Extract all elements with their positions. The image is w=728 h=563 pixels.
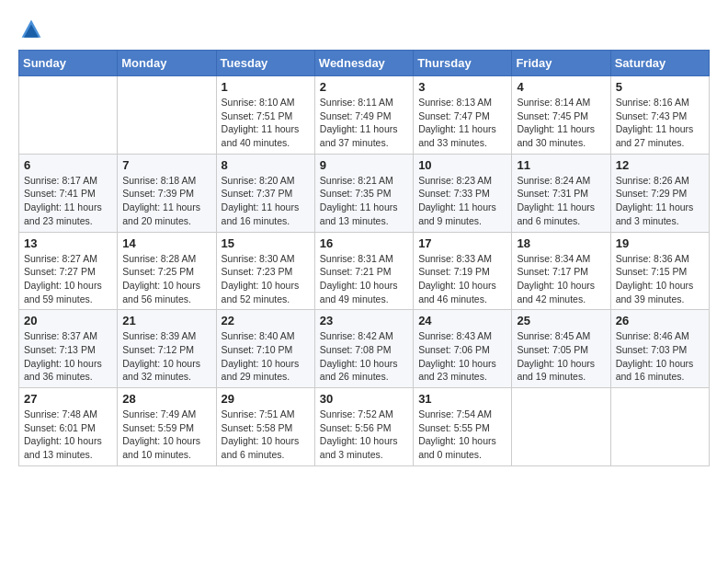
calendar-cell (19, 76, 118, 155)
logo (18, 18, 46, 40)
day-info: Sunrise: 8:23 AM Sunset: 7:33 PM Dayligh… (418, 174, 506, 228)
column-header-sunday: Sunday (19, 51, 118, 76)
calendar-cell: 8Sunrise: 8:20 AM Sunset: 7:37 PM Daylig… (216, 154, 314, 232)
day-number: 19 (616, 236, 704, 250)
calendar-cell: 7Sunrise: 8:18 AM Sunset: 7:39 PM Daylig… (118, 154, 216, 232)
calendar-cell: 4Sunrise: 8:14 AM Sunset: 7:45 PM Daylig… (512, 76, 610, 155)
day-info: Sunrise: 8:37 AM Sunset: 7:13 PM Dayligh… (24, 329, 112, 384)
day-number: 30 (320, 392, 408, 406)
day-info: Sunrise: 7:52 AM Sunset: 5:56 PM Dayligh… (320, 408, 408, 462)
day-info: Sunrise: 8:45 AM Sunset: 7:05 PM Dayligh… (517, 329, 605, 384)
day-info: Sunrise: 8:40 AM Sunset: 7:10 PM Dayligh… (222, 329, 310, 384)
day-info: Sunrise: 8:34 AM Sunset: 7:17 PM Dayligh… (517, 252, 605, 306)
day-number: 10 (418, 158, 506, 172)
day-number: 1 (222, 80, 310, 94)
day-info: Sunrise: 8:39 AM Sunset: 7:12 PM Dayligh… (122, 329, 210, 384)
day-info: Sunrise: 8:18 AM Sunset: 7:39 PM Dayligh… (122, 174, 210, 228)
calendar-cell: 30Sunrise: 7:52 AM Sunset: 5:56 PM Dayli… (314, 388, 413, 466)
day-info: Sunrise: 8:11 AM Sunset: 7:49 PM Dayligh… (320, 96, 408, 150)
day-number: 5 (616, 80, 704, 94)
calendar-cell: 26Sunrise: 8:46 AM Sunset: 7:03 PM Dayli… (610, 310, 709, 388)
calendar-cell: 20Sunrise: 8:37 AM Sunset: 7:13 PM Dayli… (19, 310, 118, 388)
day-number: 2 (320, 80, 408, 94)
day-number: 28 (122, 392, 210, 406)
day-number: 14 (122, 236, 210, 250)
calendar-cell: 9Sunrise: 8:21 AM Sunset: 7:35 PM Daylig… (314, 154, 413, 232)
day-info: Sunrise: 8:10 AM Sunset: 7:51 PM Dayligh… (222, 96, 310, 150)
calendar-cell: 10Sunrise: 8:23 AM Sunset: 7:33 PM Dayli… (414, 154, 512, 232)
column-header-tuesday: Tuesday (216, 51, 314, 76)
day-number: 31 (418, 392, 506, 406)
day-info: Sunrise: 8:36 AM Sunset: 7:15 PM Dayligh… (616, 252, 704, 306)
day-info: Sunrise: 7:51 AM Sunset: 5:58 PM Dayligh… (222, 408, 310, 462)
day-info: Sunrise: 8:43 AM Sunset: 7:06 PM Dayligh… (418, 329, 506, 384)
day-number: 4 (517, 80, 605, 94)
calendar-week-row: 6Sunrise: 8:17 AM Sunset: 7:41 PM Daylig… (19, 154, 710, 232)
column-header-thursday: Thursday (414, 51, 512, 76)
day-info: Sunrise: 8:21 AM Sunset: 7:35 PM Dayligh… (320, 174, 408, 228)
calendar-cell: 1Sunrise: 8:10 AM Sunset: 7:51 PM Daylig… (216, 76, 314, 155)
column-header-saturday: Saturday (610, 51, 709, 76)
calendar-cell: 28Sunrise: 7:49 AM Sunset: 5:59 PM Dayli… (118, 388, 216, 466)
calendar-cell: 5Sunrise: 8:16 AM Sunset: 7:43 PM Daylig… (610, 76, 709, 155)
calendar-cell: 18Sunrise: 8:34 AM Sunset: 7:17 PM Dayli… (512, 232, 610, 310)
calendar-week-row: 1Sunrise: 8:10 AM Sunset: 7:51 PM Daylig… (19, 76, 710, 155)
calendar-cell: 16Sunrise: 8:31 AM Sunset: 7:21 PM Dayli… (314, 232, 413, 310)
day-number: 23 (320, 314, 408, 327)
calendar-cell: 17Sunrise: 8:33 AM Sunset: 7:19 PM Dayli… (414, 232, 512, 310)
calendar-cell: 22Sunrise: 8:40 AM Sunset: 7:10 PM Dayli… (216, 310, 314, 388)
day-number: 25 (517, 314, 605, 327)
calendar-cell: 12Sunrise: 8:26 AM Sunset: 7:29 PM Dayli… (610, 154, 709, 232)
day-number: 26 (616, 314, 704, 327)
day-number: 24 (418, 314, 506, 327)
day-info: Sunrise: 8:20 AM Sunset: 7:37 PM Dayligh… (222, 174, 310, 228)
day-number: 20 (24, 314, 112, 327)
calendar-cell (512, 388, 610, 466)
calendar-cell: 21Sunrise: 8:39 AM Sunset: 7:12 PM Dayli… (118, 310, 216, 388)
calendar-cell: 11Sunrise: 8:24 AM Sunset: 7:31 PM Dayli… (512, 154, 610, 232)
calendar-cell: 13Sunrise: 8:27 AM Sunset: 7:27 PM Dayli… (19, 232, 118, 310)
day-number: 7 (122, 158, 210, 172)
calendar-cell: 14Sunrise: 8:28 AM Sunset: 7:25 PM Dayli… (118, 232, 216, 310)
calendar-cell (118, 76, 216, 155)
calendar-cell: 23Sunrise: 8:42 AM Sunset: 7:08 PM Dayli… (314, 310, 413, 388)
day-info: Sunrise: 8:17 AM Sunset: 7:41 PM Dayligh… (24, 174, 112, 228)
day-info: Sunrise: 8:30 AM Sunset: 7:23 PM Dayligh… (222, 252, 310, 306)
calendar-cell: 6Sunrise: 8:17 AM Sunset: 7:41 PM Daylig… (19, 154, 118, 232)
calendar-week-row: 13Sunrise: 8:27 AM Sunset: 7:27 PM Dayli… (19, 232, 710, 310)
day-number: 8 (222, 158, 310, 172)
day-number: 13 (24, 236, 112, 250)
day-info: Sunrise: 7:49 AM Sunset: 5:59 PM Dayligh… (122, 408, 210, 462)
day-number: 3 (418, 80, 506, 94)
logo-icon (20, 18, 42, 40)
day-info: Sunrise: 8:14 AM Sunset: 7:45 PM Dayligh… (517, 96, 605, 150)
day-number: 15 (222, 236, 310, 250)
day-number: 18 (517, 236, 605, 250)
calendar-week-row: 20Sunrise: 8:37 AM Sunset: 7:13 PM Dayli… (19, 310, 710, 388)
day-number: 17 (418, 236, 506, 250)
day-info: Sunrise: 8:27 AM Sunset: 7:27 PM Dayligh… (24, 252, 112, 306)
day-info: Sunrise: 8:24 AM Sunset: 7:31 PM Dayligh… (517, 174, 605, 228)
calendar-header-row: SundayMondayTuesdayWednesdayThursdayFrid… (19, 51, 710, 76)
day-info: Sunrise: 8:28 AM Sunset: 7:25 PM Dayligh… (122, 252, 210, 306)
calendar-cell: 27Sunrise: 7:48 AM Sunset: 6:01 PM Dayli… (19, 388, 118, 466)
day-info: Sunrise: 8:31 AM Sunset: 7:21 PM Dayligh… (320, 252, 408, 306)
calendar-cell: 29Sunrise: 7:51 AM Sunset: 5:58 PM Dayli… (216, 388, 314, 466)
day-number: 12 (616, 158, 704, 172)
day-info: Sunrise: 8:13 AM Sunset: 7:47 PM Dayligh… (418, 96, 506, 150)
calendar-week-row: 27Sunrise: 7:48 AM Sunset: 6:01 PM Dayli… (19, 388, 710, 466)
calendar-cell: 2Sunrise: 8:11 AM Sunset: 7:49 PM Daylig… (314, 76, 413, 155)
day-info: Sunrise: 7:54 AM Sunset: 5:55 PM Dayligh… (418, 408, 506, 462)
day-info: Sunrise: 8:46 AM Sunset: 7:03 PM Dayligh… (616, 329, 704, 384)
column-header-friday: Friday (512, 51, 610, 76)
day-info: Sunrise: 7:48 AM Sunset: 6:01 PM Dayligh… (24, 408, 112, 462)
calendar-cell: 3Sunrise: 8:13 AM Sunset: 7:47 PM Daylig… (414, 76, 512, 155)
day-number: 29 (222, 392, 310, 406)
calendar-cell: 25Sunrise: 8:45 AM Sunset: 7:05 PM Dayli… (512, 310, 610, 388)
day-number: 9 (320, 158, 408, 172)
day-info: Sunrise: 8:42 AM Sunset: 7:08 PM Dayligh… (320, 329, 408, 384)
calendar-cell: 31Sunrise: 7:54 AM Sunset: 5:55 PM Dayli… (414, 388, 512, 466)
calendar-cell: 15Sunrise: 8:30 AM Sunset: 7:23 PM Dayli… (216, 232, 314, 310)
day-info: Sunrise: 8:16 AM Sunset: 7:43 PM Dayligh… (616, 96, 704, 150)
day-number: 27 (24, 392, 112, 406)
